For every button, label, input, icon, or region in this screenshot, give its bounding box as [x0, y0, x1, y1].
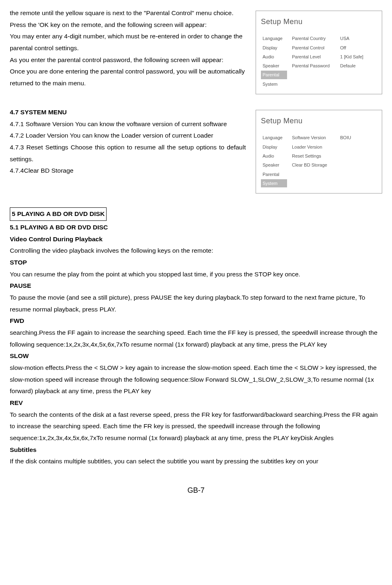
menu-item: Speaker — [261, 161, 287, 169]
setup-menu-screenshot-parental: Setup Menu Language Display Audio Speake… — [256, 7, 382, 94]
menu-col-options: Parental Country Parental Control Parent… — [290, 34, 335, 89]
menu-item: Parental — [261, 170, 287, 178]
setup-menu-box: Setup Menu Language Display Audio Speake… — [256, 11, 382, 94]
menu-item: Reset Settings — [290, 152, 335, 160]
page-number: GB-7 — [10, 484, 382, 497]
para-line: the remote until the yellow square is ne… — [10, 7, 248, 19]
heading-slow: SLOW — [10, 350, 382, 362]
menu-item — [339, 149, 377, 152]
menu-item-selected: System — [261, 179, 287, 187]
menu-item: Software Version — [290, 133, 335, 142]
para-line: If the disk contains multiple subtitles,… — [10, 456, 382, 467]
menu-col-options: Software Version Loader Version Reset Se… — [290, 133, 335, 188]
text-column-system-menu: 4.7 SYSTEM MENU 4.7.1 Software Version Y… — [10, 107, 248, 194]
setup-menu-columns: Language Display Audio Speaker Parental … — [261, 133, 377, 188]
menu-item: Speaker — [261, 62, 287, 70]
section-parental-intro: the remote until the yellow square is ne… — [10, 7, 382, 94]
menu-item: USA — [339, 34, 377, 42]
menu-item: Defaule — [339, 62, 377, 70]
heading-pause: PAUSE — [10, 280, 382, 292]
heading-4-7: 4.7 SYSTEM MENU — [10, 107, 246, 118]
para-line: Controlling the video playback involves … — [10, 245, 382, 257]
menu-item: Parental Password — [290, 62, 335, 70]
menu-item: Display — [261, 44, 287, 52]
section-system-menu: 4.7 SYSTEM MENU 4.7.1 Software Version Y… — [10, 107, 382, 194]
menu-item: Audio — [261, 53, 287, 61]
menu-item: Language — [261, 34, 287, 42]
para-line: 4.7.1 Software Version You can know the … — [10, 118, 246, 130]
text-column-parental: the remote until the yellow square is ne… — [10, 7, 248, 94]
para-line: You can resume the play from the point a… — [10, 269, 382, 280]
menu-item: 1 [Kid Safe] — [339, 53, 377, 61]
heading-subtitles: Subtitles — [10, 444, 382, 456]
heading-5-box: 5 PLAYING A BD OR DVD DISK — [10, 207, 107, 221]
menu-item — [339, 143, 377, 145]
menu-item: Display — [261, 143, 287, 151]
para-line: As you enter the parental control passwo… — [10, 54, 248, 66]
heading-5-1: 5.1 PLAYING A BD OR DVD DISC — [10, 222, 382, 234]
menu-col-values: USA Off 1 [Kid Safe] Defaule — [339, 34, 377, 89]
setup-menu-title: Setup Menu — [261, 114, 377, 128]
menu-item: Parental Control — [290, 44, 335, 52]
para-line: To search the contents of the disk at a … — [10, 409, 382, 444]
menu-item: Language — [261, 133, 287, 142]
setup-menu-box: Setup Menu Language Display Audio Speake… — [256, 110, 382, 194]
menu-item: Audio — [261, 152, 287, 160]
menu-item: System — [261, 80, 287, 88]
para-line: 4.7.2 Loader Version You can know the Lo… — [10, 130, 246, 142]
para-line: 4.7.4Clear BD Storage — [10, 165, 246, 177]
heading-video-control: Video Control During Playback — [10, 234, 382, 245]
setup-menu-title: Setup Menu — [261, 15, 377, 29]
menu-col-categories: Language Display Audio Speaker Parental … — [261, 34, 287, 89]
para-line: To pause the movie (and see a still pict… — [10, 292, 382, 315]
menu-item: Parental Country — [290, 34, 335, 42]
menu-item — [339, 146, 377, 149]
setup-menu-columns: Language Display Audio Speaker Parental … — [261, 34, 377, 89]
para-line: slow-motion effects.Press the < SLOW > k… — [10, 362, 382, 397]
menu-item: Parental Level — [290, 53, 335, 61]
para-line: You may enter any 4-digit number, which … — [10, 31, 248, 54]
section-5-playing-disk: 5 PLAYING A BD OR DVD DISK 5.1 PLAYING A… — [10, 207, 382, 467]
menu-item: Off — [339, 44, 377, 52]
para-line: Press the 'OK key on the remote, and the… — [10, 19, 248, 31]
para-line: 4.7.3 Reset Settings Choose this option … — [10, 142, 246, 165]
heading-fwd: FWD — [10, 315, 382, 327]
para-line: searching.Press the FF again to increase… — [10, 327, 382, 350]
heading-stop: STOP — [10, 257, 382, 269]
menu-col-categories: Language Display Audio Speaker Parental … — [261, 133, 287, 188]
heading-rev: REV — [10, 397, 382, 409]
menu-item-selected: Parental — [261, 71, 287, 79]
para-line: Once you are done entering the parental … — [10, 66, 248, 89]
menu-item: Loader Version — [290, 143, 335, 151]
menu-item: Clear BD Storage — [290, 161, 335, 169]
menu-col-values: BOIU — [339, 133, 377, 188]
setup-menu-screenshot-system: Setup Menu Language Display Audio Speake… — [256, 107, 382, 194]
menu-item: BOIU — [339, 133, 377, 142]
